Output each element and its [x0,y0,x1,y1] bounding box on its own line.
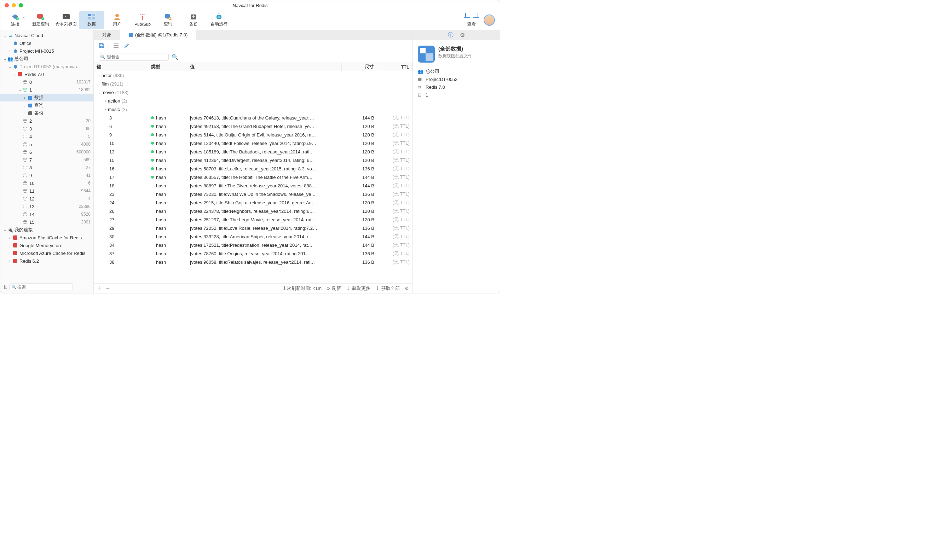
tree-item[interactable]: ›Microsoft Azure Cache for Redis [0,249,93,257]
tab[interactable]: (全部数据) @1(Redis 7.0) [120,30,196,40]
remove-row-button[interactable]: − [106,285,110,292]
tree-item[interactable]: ⌄🔌我的连接 [0,226,93,234]
data-row[interactable]: 23hash[votes:73230, title:What We Do in … [94,190,412,198]
data-row[interactable]: 34hash[votes:172521, title:Predestinatio… [94,241,412,249]
data-row[interactable]: 27hash[votes:251297, title:The Lego Movi… [94,215,412,224]
chevron-icon[interactable]: ⌄ [3,57,8,61]
chevron-icon[interactable]: › [8,259,12,263]
data-row[interactable]: 24hash[votes:2915, title:Shin Gojira, re… [94,198,412,207]
chevron-down-icon[interactable]: ⌄ [22,15,25,19]
data-row[interactable]: 15hash[votes:412364, title:Divergent, re… [94,156,412,165]
tree-item[interactable]: 365 [0,125,93,132]
layout-right-icon[interactable] [473,13,479,18]
chevron-icon[interactable]: › [22,111,27,115]
tree-item[interactable]: 7569 [0,156,93,164]
chevron-icon[interactable]: › [22,104,27,108]
tree-item[interactable]: ›Redis 6.2 [0,257,93,265]
user-avatar[interactable] [484,14,495,26]
tab[interactable]: 对象 [94,30,120,40]
tree-item[interactable]: ›⬢Office [0,39,93,47]
tree-item[interactable]: 149528 [0,210,93,218]
fetch-all-button[interactable]: ⭣获取全部 [375,285,400,292]
tree-item[interactable]: 119544 [0,187,93,195]
chevron-icon[interactable]: › [97,82,102,86]
column-value[interactable]: 值 [187,63,342,71]
data-row[interactable]: 18hash[votes:88897, title:The Giver, rel… [94,182,412,190]
tree-item[interactable]: 45 [0,132,93,140]
column-ttl[interactable]: TTL [377,63,412,71]
tree-item[interactable]: ⌄Redis 7.0 [0,70,93,78]
tree-item[interactable]: ›查询 [0,102,93,109]
tree-item[interactable]: ›⬢Project MH-0015 [0,47,93,55]
tree-item[interactable]: 220 [0,117,93,125]
add-row-button[interactable]: + [97,285,101,292]
info-tab-icon[interactable]: ⓘ [448,31,454,39]
group-row[interactable]: ›action(2) [94,97,412,105]
toolbar-antenna-button[interactable]: Pub/Sub [130,11,155,29]
minimize-window-button[interactable] [12,3,16,8]
chevron-icon[interactable]: ⌄ [17,88,22,92]
data-row[interactable]: 37hash[votes:78760, title:Origins, relea… [94,249,412,258]
tree-item[interactable]: ⌄☁Navicat Cloud [0,31,93,39]
data-row[interactable]: 3hash[votes:704613, title:Guardians of t… [94,114,412,122]
column-type[interactable]: 类型 [148,63,187,71]
sidebar-search-input[interactable] [9,283,73,291]
chevron-icon[interactable]: › [8,244,12,248]
data-row[interactable]: 13hash[votes:185189, title:The Babadook,… [94,148,412,156]
tree-item[interactable]: ⌄118992 [0,86,93,94]
tree-item[interactable]: 54000 [0,140,93,148]
data-row[interactable]: 16hash[votes:58703, title:Lucifer, relea… [94,165,412,173]
save-icon[interactable] [98,42,105,49]
chevron-icon[interactable]: ⌄ [12,72,17,76]
chevron-icon[interactable]: › [8,49,12,53]
layout-left-icon[interactable] [464,13,470,18]
toolbar-user-button[interactable]: 用户 [104,11,130,29]
chevron-icon[interactable]: ⌄ [97,91,102,94]
refresh-button[interactable]: ⟳刷新 [327,285,341,292]
filter-submit-icon[interactable]: 🔍 [171,54,179,60]
toolbar-data-button[interactable]: 数据 [79,11,104,29]
data-row[interactable]: 38hash[votes:96058, title:Relatos salvaj… [94,258,412,266]
group-row[interactable]: ›music(2) [94,105,412,114]
tree-item[interactable]: ›备份 [0,109,93,117]
toolbar-search-db-button[interactable]: 查询 [155,11,181,29]
chevron-icon[interactable]: › [103,108,108,111]
tree-item[interactable]: ⌄👥总公司 [0,55,93,63]
toolbar-plug-button[interactable]: +⌄连接 [3,11,28,29]
chevron-icon[interactable]: ⌄ [3,228,8,232]
group-row[interactable]: ›actor(986) [94,71,412,80]
settings-gear-icon[interactable]: ⚙ [405,286,409,291]
close-window-button[interactable] [5,3,9,8]
tree-item[interactable]: 106 [0,179,93,187]
tree-item[interactable]: 0102817 [0,78,93,86]
sync-icon[interactable]: ⇅ [3,285,7,290]
chevron-icon[interactable]: › [8,251,12,255]
group-row[interactable]: ⌄movie(1183) [94,88,412,97]
toolbar-db-new-button[interactable]: +新建查询 [28,11,53,29]
data-row[interactable]: 29hash[votes:72052, title:Love Rosie, re… [94,224,412,232]
maximize-window-button[interactable] [19,3,23,8]
tree-item[interactable]: 1322396 [0,203,93,210]
chevron-icon[interactable]: › [97,74,102,77]
toolbar-robot-button[interactable]: 自动运行 [206,11,232,29]
tree-item[interactable]: ›Amazon ElastiCache for Redis [0,234,93,242]
list-view-icon[interactable] [113,42,120,49]
data-row[interactable]: 30hash[votes:333228, title:American Snip… [94,232,412,241]
column-key[interactable]: 键 [94,63,148,71]
data-row[interactable]: 6hash[votes:492158, title:The Grand Buda… [94,122,412,131]
data-row[interactable]: 26hash[votes:224378, title:Neighbors, re… [94,207,412,215]
tree-item[interactable]: 124 [0,195,93,203]
chevron-icon[interactable]: › [22,96,27,100]
tree-item[interactable]: ⌄⬢ProjectDT-0052 (marybrown… [0,63,93,70]
chevron-icon[interactable]: › [103,99,108,103]
tree-item[interactable]: 152901 [0,218,93,226]
data-row[interactable]: 9hash[votes:6144, title:Ouija: Origin of… [94,131,412,139]
settings-tab-icon[interactable]: ⚙ [460,32,465,38]
edit-icon[interactable] [123,42,130,49]
tree-item[interactable]: 827 [0,164,93,171]
toolbar-backup-button[interactable]: 备份 [181,11,206,29]
tree-item[interactable]: 6600000 [0,148,93,156]
column-size[interactable]: 尺寸 [342,63,377,71]
tree-item[interactable]: ›Google Memorystore [0,242,93,249]
chevron-icon[interactable]: ⌄ [8,65,12,69]
